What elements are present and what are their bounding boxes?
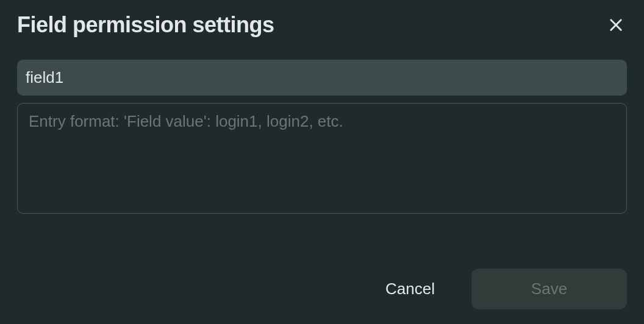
dialog-title: Field permission settings	[17, 12, 274, 38]
save-button[interactable]: Save	[471, 269, 627, 309]
field-name-input[interactable]	[17, 60, 627, 96]
cancel-button[interactable]: Cancel	[371, 269, 449, 309]
dialog-footer: Cancel Save	[17, 269, 627, 312]
close-icon	[607, 16, 624, 33]
dialog-header: Field permission settings	[17, 12, 627, 38]
close-button[interactable]	[605, 14, 627, 36]
permissions-textarea[interactable]	[17, 103, 627, 214]
